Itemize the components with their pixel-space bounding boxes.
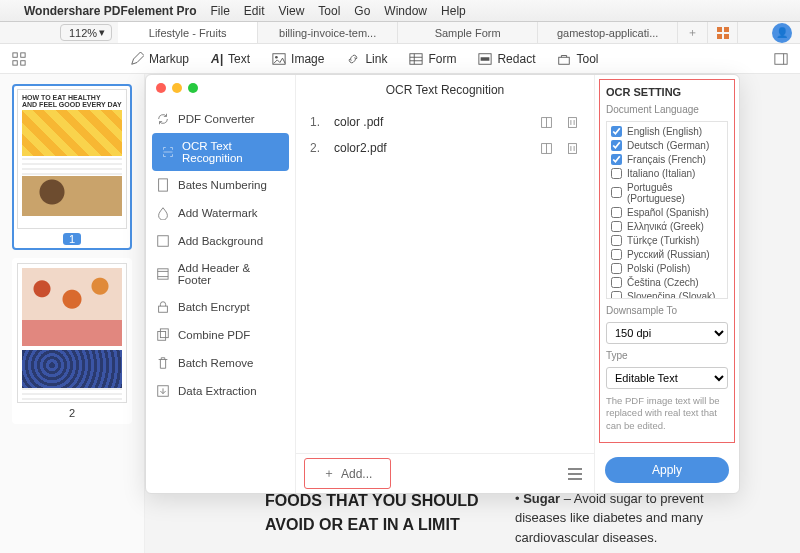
stack-icon — [156, 328, 170, 342]
language-option[interactable]: English (English) — [609, 124, 725, 138]
sidebar-item-background[interactable]: Add Background — [146, 227, 295, 255]
language-option[interactable]: Português (Portuguese) — [609, 180, 725, 205]
zoom-control[interactable]: 112% ▾ — [60, 24, 112, 41]
language-label-text: Italiano (Italian) — [627, 168, 695, 179]
svg-rect-26 — [159, 306, 168, 312]
menu-view[interactable]: View — [279, 4, 305, 18]
tab-billing[interactable]: billing-invoice-tem... — [258, 22, 398, 43]
sidebar-item-ocr[interactable]: OCR Text Recognition — [152, 133, 289, 171]
language-checkbox[interactable] — [611, 277, 622, 288]
file-row[interactable]: 1. color .pdf — [308, 109, 582, 135]
thumbnail-page-1[interactable]: HOW TO EAT HEALTHY AND FEEL GOOD EVERY D… — [12, 84, 132, 250]
remove-file-icon[interactable] — [564, 140, 580, 156]
language-option[interactable]: Slovenčina (Slovak) — [609, 289, 725, 299]
language-checkbox[interactable] — [611, 291, 622, 300]
language-checkbox[interactable] — [611, 263, 622, 274]
tab-lifestyle[interactable]: Lifestyle - Fruits — [118, 22, 258, 43]
square-icon — [156, 234, 170, 248]
tab-sample-form[interactable]: Sample Form — [398, 22, 538, 43]
apply-button[interactable]: Apply — [605, 457, 729, 483]
language-list[interactable]: English (English)Deutsch (German)Françai… — [606, 121, 728, 299]
dialog-footer-bar: ＋ Add... — [296, 453, 594, 493]
file-name: color2.pdf — [334, 141, 528, 155]
zoom-value: 112% — [69, 27, 97, 39]
language-label-text: Polski (Polish) — [627, 263, 690, 274]
sidebar-item-watermark[interactable]: Add Watermark — [146, 199, 295, 227]
window-controls — [156, 83, 198, 93]
tool-text[interactable]: A|Text — [211, 52, 250, 66]
user-avatar[interactable]: 👤 — [772, 23, 792, 43]
add-files-button[interactable]: ＋ Add... — [304, 458, 391, 489]
menu-go[interactable]: Go — [354, 4, 370, 18]
minimize-icon[interactable] — [172, 83, 182, 93]
image-icon — [272, 52, 286, 66]
language-checkbox[interactable] — [611, 168, 622, 179]
tab-gamestop[interactable]: gamestop-applicati... — [538, 22, 678, 43]
tab-add[interactable]: ＋ — [678, 22, 708, 43]
add-label: Add... — [341, 467, 372, 481]
svg-rect-2 — [717, 27, 722, 32]
sidebar-item-data-extraction[interactable]: Data Extraction — [146, 377, 295, 405]
type-select[interactable]: Editable Text — [606, 367, 728, 389]
language-option[interactable]: Polski (Polish) — [609, 261, 725, 275]
sidebar-item-combine[interactable]: Combine PDF — [146, 321, 295, 349]
language-option[interactable]: Čeština (Czech) — [609, 275, 725, 289]
remove-file-icon[interactable] — [564, 114, 580, 130]
language-label-text: Slovenčina (Slovak) — [627, 291, 715, 300]
sidebar-item-pdf-converter[interactable]: PDF Converter — [146, 105, 295, 133]
tool-tool[interactable]: Tool — [557, 52, 598, 66]
sidebar-item-batch-encrypt[interactable]: Batch Encrypt — [146, 293, 295, 321]
svg-rect-19 — [775, 53, 787, 64]
svg-rect-22 — [158, 236, 169, 247]
language-option[interactable]: Türkçe (Turkish) — [609, 233, 725, 247]
tab-apps-icon[interactable] — [708, 22, 738, 43]
svg-rect-17 — [481, 57, 490, 61]
apps-grid-icon[interactable] — [12, 52, 26, 66]
language-option[interactable]: Русский (Russian) — [609, 247, 725, 261]
menu-file[interactable]: File — [211, 4, 230, 18]
language-option[interactable]: Ελληνικά (Greek) — [609, 219, 725, 233]
language-option[interactable]: Italiano (Italian) — [609, 166, 725, 180]
zoom-window-icon[interactable] — [188, 83, 198, 93]
language-checkbox[interactable] — [611, 235, 622, 246]
tool-form[interactable]: Form — [409, 52, 456, 66]
toolbar-label: Form — [428, 52, 456, 66]
page-range-icon[interactable] — [538, 114, 554, 130]
downsample-select[interactable]: 150 dpi — [606, 322, 728, 344]
tool-link[interactable]: Link — [346, 52, 387, 66]
menu-help[interactable]: Help — [441, 4, 466, 18]
language-checkbox[interactable] — [611, 126, 622, 137]
tool-redact[interactable]: Redact — [478, 52, 535, 66]
language-checkbox[interactable] — [611, 140, 622, 151]
sidebar-item-bates[interactable]: Bates Numbering — [146, 171, 295, 199]
language-option[interactable]: Français (French) — [609, 152, 725, 166]
list-options-icon[interactable] — [564, 463, 586, 485]
svg-rect-37 — [568, 143, 576, 153]
language-checkbox[interactable] — [611, 187, 622, 198]
menu-tool[interactable]: Tool — [318, 4, 340, 18]
file-row[interactable]: 2. color2.pdf — [308, 135, 582, 161]
language-checkbox[interactable] — [611, 154, 622, 165]
language-checkbox[interactable] — [611, 207, 622, 218]
language-checkbox[interactable] — [611, 249, 622, 260]
page-range-icon[interactable] — [538, 140, 554, 156]
thumb-number: 1 — [63, 233, 81, 245]
sidebar-item-label: Batch Remove — [178, 357, 253, 369]
language-option[interactable]: Español (Spanish) — [609, 205, 725, 219]
thumbnail-page-2[interactable]: 2 — [12, 258, 132, 424]
language-option[interactable]: Deutsch (German) — [609, 138, 725, 152]
panel-right-icon[interactable] — [774, 52, 788, 66]
tool-image[interactable]: Image — [272, 52, 324, 66]
thumb-heading: HOW TO EAT HEALTHY — [22, 94, 122, 101]
svg-rect-32 — [568, 117, 576, 127]
file-number: 1. — [310, 115, 324, 129]
tool-markup[interactable]: Markup — [130, 52, 189, 66]
menu-edit[interactable]: Edit — [244, 4, 265, 18]
menu-window[interactable]: Window — [384, 4, 427, 18]
ocr-settings-panel: OCR SETTING Document Language English (E… — [594, 75, 739, 493]
language-checkbox[interactable] — [611, 221, 622, 232]
close-icon[interactable] — [156, 83, 166, 93]
sidebar-item-batch-remove[interactable]: Batch Remove — [146, 349, 295, 377]
language-label-text: Español (Spanish) — [627, 207, 709, 218]
sidebar-item-header-footer[interactable]: Add Header & Footer — [146, 255, 295, 293]
